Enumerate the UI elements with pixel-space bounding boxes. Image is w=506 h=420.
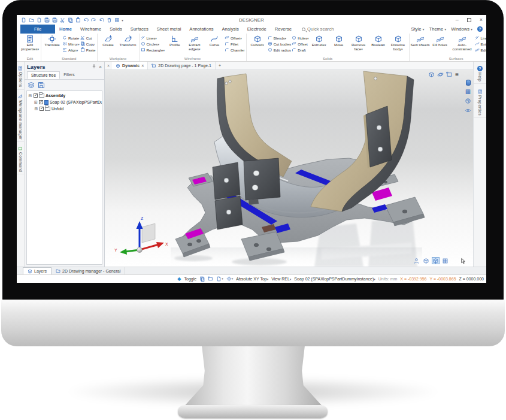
holes-button[interactable]: Holes (292, 35, 308, 40)
snap-doc-icon[interactable] (216, 276, 223, 282)
minimize-button[interactable]: – (456, 17, 459, 23)
paste-button[interactable]: Paste (80, 47, 96, 52)
edit-surface-button[interactable]: Edit surface (475, 47, 486, 52)
tab-filters[interactable]: Filters (60, 71, 78, 79)
copy-button[interactable]: Copy (80, 41, 96, 46)
revert-icon[interactable] (98, 17, 104, 23)
expand-icon[interactable]: ⊞ (34, 107, 38, 111)
mirror-button[interactable]: Mirror (62, 41, 80, 46)
linear-ruled-button[interactable]: Linear ruled (475, 35, 486, 40)
cut-icon[interactable] (59, 17, 65, 23)
tree-node-soap[interactable]: ⊞ Soap 02 (SPAXlopPSPartDummyInstance) (28, 99, 102, 105)
circles-button[interactable]: Circles (141, 41, 165, 46)
auto-constrained-button[interactable]: Auto-constrained (450, 34, 474, 56)
rectangle-button[interactable]: Rectangle (141, 47, 165, 52)
offset-solid-button[interactable]: Offset (292, 41, 308, 46)
fillet-button[interactable]: Fillet (225, 41, 245, 46)
extract-edges-button[interactable]: Extract edges (185, 34, 204, 56)
palette-icon[interactable] (465, 98, 471, 104)
close-button[interactable]: × (480, 17, 483, 23)
shaded-mode-icon[interactable] (432, 257, 440, 264)
new-file-icon[interactable] (20, 17, 26, 23)
checkbox-unfold[interactable] (40, 107, 44, 111)
new-viewport-tab-button[interactable]: + (216, 62, 224, 70)
checkbox-assembly[interactable] (34, 93, 38, 98)
snap-frame-icon[interactable] (208, 276, 213, 282)
chamfer-button[interactable]: Chamfer (225, 47, 245, 52)
move-face-button[interactable]: Move (329, 34, 349, 56)
paste-icon[interactable] (75, 17, 81, 23)
workplane-grid-icon[interactable] (114, 17, 120, 23)
draft-button[interactable]: Draft (292, 47, 308, 52)
active-part-selector[interactable]: Soap 02 (SPAXlopPSPartDummyInstance) (294, 277, 375, 281)
collapse-icon[interactable]: ⊟ (28, 93, 32, 98)
grid-icon[interactable]: ▦ (465, 89, 471, 95)
toggle-label[interactable]: Toggle (184, 277, 197, 281)
view-cube-icon[interactable] (428, 71, 435, 78)
tab-surfaces[interactable]: Surfaces (126, 25, 153, 34)
select-cursor-icon[interactable] (459, 257, 467, 264)
copy-icon[interactable] (67, 17, 73, 23)
expand-icon[interactable]: ⊞ (34, 100, 38, 105)
lines-button[interactable]: Lines (141, 35, 165, 40)
tab-reverse[interactable]: Reverse (271, 25, 296, 34)
style-menu[interactable]: Style (411, 26, 425, 32)
workplane-selector[interactable]: Absolute XY Top (236, 277, 268, 281)
tab-annotations[interactable]: Annotations (185, 25, 217, 34)
edit-radius-button[interactable]: Edit radius (268, 47, 292, 52)
offset-button[interactable]: Offset (225, 35, 245, 40)
create-workplane-button[interactable]: Create (99, 34, 118, 56)
curve-button[interactable]: Curve (205, 34, 224, 56)
dissolve-body-button[interactable]: Dissolve body (389, 34, 408, 56)
pin-icon[interactable] (92, 64, 96, 69)
anchor-icon[interactable] (226, 276, 234, 282)
profile-button[interactable]: Profile (165, 34, 184, 56)
fill-holes-button[interactable]: Fill holes (431, 34, 450, 56)
transform-workplane-button[interactable]: Transform (119, 34, 138, 56)
orbit-icon[interactable] (437, 71, 444, 78)
quick-search[interactable]: Quick search (302, 25, 334, 34)
tab-sheet-metal[interactable]: Sheet metal (153, 25, 186, 34)
remove-face-button[interactable]: Remove face (349, 34, 368, 56)
snap-copy-icon[interactable] (199, 276, 205, 282)
translate-button[interactable]: Translate (43, 34, 62, 56)
dock-tab-options[interactable]: Options (17, 64, 24, 90)
panel-close-icon[interactable]: × (99, 64, 102, 70)
share-view-icon[interactable] (413, 257, 420, 264)
cut-button[interactable]: Cut (80, 35, 96, 40)
undo-icon[interactable] (83, 17, 89, 23)
sew-sheets-button[interactable]: Sew sheets (411, 34, 430, 56)
redo-icon[interactable] (90, 17, 96, 23)
visibility-icon[interactable] (465, 107, 471, 114)
tab-wireframe[interactable]: Wireframe (76, 25, 105, 34)
viewport-menu-icon[interactable]: ≡ (455, 72, 459, 78)
tab-analysis[interactable]: Analysis (217, 25, 243, 34)
dock-tab-workplane-manager[interactable]: Workplane manager (17, 92, 24, 142)
material-icon[interactable] (466, 80, 471, 86)
viewport-close-icon[interactable]: × (105, 62, 112, 70)
dock-tab-help[interactable]: ? Help (474, 64, 486, 84)
wireframe-mode-icon[interactable] (422, 257, 430, 264)
viewport-tab-dynamic[interactable]: Dynamic × (112, 62, 148, 70)
tab-electrode[interactable]: Electrode (243, 25, 271, 34)
theme-menu[interactable]: Theme (429, 26, 447, 32)
open-file-icon[interactable] (28, 17, 34, 23)
save-layers-icon[interactable] (38, 81, 45, 89)
zoom-frame-icon[interactable] (446, 71, 453, 78)
delete-icon[interactable] (106, 17, 112, 23)
restore-button[interactable] (467, 18, 471, 22)
cuboid-button[interactable]: Cuboid (248, 34, 267, 56)
boolean-button[interactable]: Boolean (369, 34, 388, 56)
layers-stack-icon[interactable] (28, 81, 35, 89)
save-as-icon[interactable] (51, 17, 57, 23)
bottom-tab-2d-drawing-manager[interactable]: 2D Drawing manager - General (51, 267, 125, 274)
extrude-button[interactable]: Extrude (310, 34, 329, 56)
toggle-icon[interactable]: ◆ (177, 276, 181, 282)
blends-button[interactable]: Blends (268, 35, 292, 40)
save-icon[interactable] (44, 17, 50, 23)
viewport-tab-2d-drawing-page[interactable]: 2D Drawing page - 1 Page-1 (148, 62, 216, 70)
align-button[interactable]: Align (62, 47, 80, 52)
tab-home[interactable]: Home (55, 25, 76, 34)
3d-canvas[interactable]: Z X Y ≡ ▦ (105, 70, 473, 267)
multi-view-icon[interactable] (441, 257, 449, 264)
